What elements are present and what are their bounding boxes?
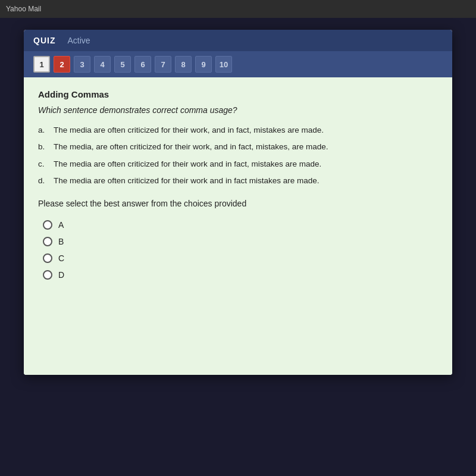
question-number-3[interactable]: 3 [74,56,90,73]
question-number-2[interactable]: 2 [54,56,70,73]
radio-option-B[interactable]: B [43,237,438,246]
answer-letter: b. [38,141,49,153]
question-number-10[interactable]: 10 [215,56,232,73]
answer-text: The media, are often criticized for thei… [54,141,328,153]
answer-letter: d. [38,175,49,187]
browser-title: Yahoo Mail [6,5,41,13]
answer-text: The media are often criticized for their… [54,124,324,136]
question-number-4[interactable]: 4 [94,56,111,73]
question-number-5[interactable]: 5 [114,56,131,73]
question-number-1[interactable]: 1 [33,56,50,73]
question-number-7[interactable]: 7 [155,56,171,73]
radio-label-B: B [58,237,64,246]
radio-circle-A [43,220,52,230]
answer-option-c: c.The media are often criticized for the… [38,158,438,170]
select-prompt: Please select the best answer from the c… [38,199,438,208]
answer-letter: a. [38,124,49,136]
radio-option-A[interactable]: A [43,220,438,230]
answer-option-d: d.The media are often criticized for the… [38,175,438,187]
radio-option-D[interactable]: D [43,270,438,280]
radio-label-C: C [58,253,64,263]
quiz-header: QUIZ Active [24,30,452,51]
answer-option-a: a.The media are often criticized for the… [38,124,438,136]
radio-circle-D [43,270,52,280]
quiz-card: QUIZ Active 12345678910 Adding Commas Wh… [24,30,452,375]
quiz-content: Adding Commas Which sentence demonstrate… [24,77,452,375]
radio-label-A: A [58,220,64,230]
browser-bar: Yahoo Mail [0,0,476,18]
question-text: Which sentence demonstrates correct comm… [38,105,438,115]
radio-circle-C [43,253,52,263]
radio-options: ABCD [43,220,438,280]
radio-circle-B [43,237,52,246]
quiz-label: QUIZ [33,36,55,45]
question-title: Adding Commas [38,89,438,99]
question-number-8[interactable]: 8 [175,56,192,73]
question-number-6[interactable]: 6 [134,56,151,73]
answer-text: The media are often criticized for their… [54,158,321,170]
answer-option-b: b.The media, are often criticized for th… [38,141,438,153]
question-numbers: 12345678910 [24,51,452,77]
quiz-status: Active [67,36,90,45]
radio-option-C[interactable]: C [43,253,438,263]
question-number-9[interactable]: 9 [195,56,212,73]
answer-options: a.The media are often criticized for the… [38,124,438,187]
answer-letter: c. [38,158,49,170]
radio-label-D: D [58,270,64,280]
answer-text: The media are often criticized for their… [54,175,319,187]
screen-container: QUIZ Active 12345678910 Adding Commas Wh… [0,18,476,476]
